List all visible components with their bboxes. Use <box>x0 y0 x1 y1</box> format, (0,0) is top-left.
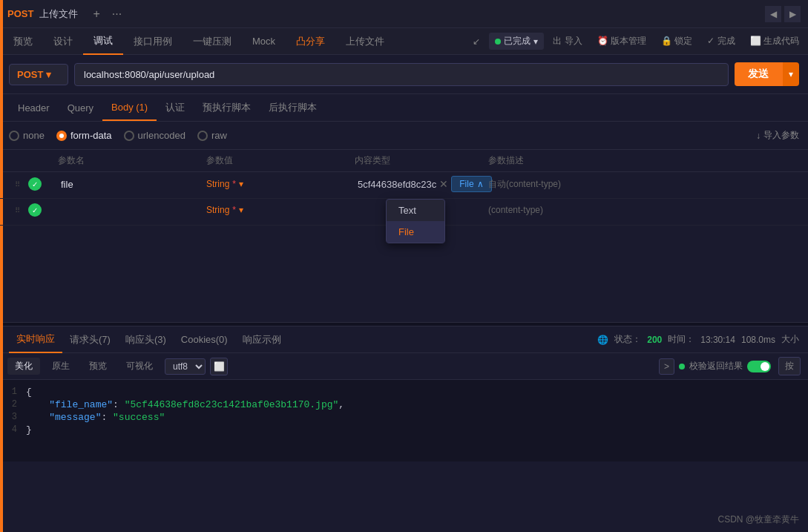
beautify-button[interactable]: 美化 <box>7 358 40 375</box>
type-dropdown-menu[interactable]: Text File <box>386 199 445 243</box>
tab-auth[interactable]: 认证 <box>157 94 194 121</box>
file-type-button-1[interactable]: File ∧ <box>451 176 491 192</box>
nav-next-button[interactable]: ▶ <box>784 6 801 22</box>
drag-handle[interactable]: ⠿ <box>6 180 28 188</box>
type-arrow-1[interactable]: ▾ <box>239 179 243 189</box>
tab-upload[interactable]: 上传文件 <box>335 29 395 54</box>
raw-button[interactable]: 原生 <box>45 358 77 375</box>
send-dropdown-button[interactable]: ▾ <box>782 62 799 86</box>
import-params-label: 导入参数 <box>763 129 799 142</box>
tab-header[interactable]: Header <box>9 96 59 120</box>
generate-code-button[interactable]: ⬜ 生成代码 <box>744 33 805 50</box>
title-method: POST <box>7 8 33 19</box>
resp-right-buttons: > 校验返回结果 按 <box>659 357 801 375</box>
tab-req-headers[interactable]: 请求头(7) <box>62 327 118 352</box>
method-label: POST <box>17 69 43 80</box>
lock-button[interactable]: 🔒 锁定 <box>655 33 698 50</box>
required-star-1: * <box>232 179 236 189</box>
sync-button[interactable]: ↙ <box>467 34 486 49</box>
row-check-2[interactable]: ✓ <box>28 203 58 217</box>
add-tab-button[interactable]: + <box>90 6 102 22</box>
import-icon: ↓ <box>756 131 761 141</box>
radio-urlencoded <box>124 131 134 141</box>
url-input[interactable] <box>74 63 729 86</box>
col-description: 参数描述 <box>488 154 802 167</box>
dropdown-item-file[interactable]: File <box>387 221 444 243</box>
params-table: 参数名 参数值 内容类型 参数描述 ⠿ ✓ file String * ▾ 5c… <box>0 150 808 226</box>
tab-realtime[interactable]: 实时响应 <box>9 326 62 353</box>
more-menu-button[interactable]: ··· <box>109 6 125 22</box>
option-urlencoded[interactable]: urlencoded <box>124 130 185 141</box>
time-label: 时间： <box>668 333 694 346</box>
import-params-button[interactable]: ↓ 导入参数 <box>756 129 799 142</box>
nav-prev-button[interactable]: ◀ <box>765 6 781 22</box>
urlencoded-label: urlencoded <box>138 130 185 141</box>
param-value-1[interactable]: 5cf44638efd8c23c ✕ File ∧ <box>355 176 488 192</box>
radio-raw <box>197 131 208 141</box>
version-button[interactable]: ⏰ 版本管理 <box>591 33 652 50</box>
tab-design[interactable]: 设计 <box>43 29 83 54</box>
col-content-type: 内容类型 <box>355 154 488 167</box>
line-num-1: 1 <box>0 387 26 398</box>
expand-button[interactable]: > <box>659 358 674 375</box>
status-badge[interactable]: 已完成 ▾ <box>489 33 544 50</box>
url-bar: POST ▾ 发送 ▾ <box>0 55 808 94</box>
tab-resp-headers[interactable]: 响应头(3) <box>118 327 174 352</box>
drag-handle-2[interactable]: ⠿ <box>6 206 28 214</box>
tab-body[interactable]: Body (1) <box>102 95 157 121</box>
time-value: 13:30:14 <box>700 335 735 345</box>
copy-button[interactable]: ⬜ <box>210 358 228 375</box>
type-arrow-2[interactable]: ▾ <box>239 205 243 215</box>
clear-value-1[interactable]: ✕ <box>439 178 448 190</box>
validate-dot <box>679 364 685 370</box>
type-string-2[interactable]: String * ▾ <box>206 205 243 215</box>
tab-query[interactable]: Query <box>59 96 102 120</box>
row-check-1[interactable]: ✓ <box>28 177 58 191</box>
col-check <box>28 154 58 167</box>
table-row: ⠿ ✓ file String * ▾ 5cf44638efd8c23c ✕ F… <box>0 172 808 199</box>
type-string-1[interactable]: String * ▾ <box>206 179 243 189</box>
watermark: CSDN @牧童牵黄牛 <box>717 513 799 526</box>
response-toolbar: 美化 原生 预览 可视化 utf8 ⬜ > 校验返回结果 按 <box>0 353 808 380</box>
visual-button[interactable]: 可视化 <box>119 358 160 375</box>
title-actions: + ··· <box>90 6 125 22</box>
toggle-switch[interactable] <box>747 361 771 372</box>
encoding-select[interactable]: utf8 <box>165 358 206 375</box>
send-group: 发送 ▾ <box>735 62 799 86</box>
option-none[interactable]: none <box>9 130 45 141</box>
dropdown-item-text[interactable]: Text <box>387 200 444 221</box>
import-button[interactable]: 出 导入 <box>547 33 588 50</box>
radio-none <box>9 131 19 141</box>
tab-debug[interactable]: 调试 <box>83 28 123 55</box>
send-button[interactable]: 发送 <box>735 62 782 86</box>
tab-mock[interactable]: Mock <box>242 30 286 53</box>
tab-cases[interactable]: 接口用例 <box>123 29 183 54</box>
tab-post-script[interactable]: 后执行脚本 <box>260 94 326 121</box>
code-content-1: { <box>26 387 32 398</box>
tab-resp-example[interactable]: 响应示例 <box>235 327 289 352</box>
tab-stress[interactable]: 一键压测 <box>183 29 242 54</box>
status-text: 已完成 <box>504 35 531 47</box>
code-line-2: 2 "file_name": "5cf44638efd8c23c1421baf0… <box>0 398 808 411</box>
radio-inner <box>59 134 64 138</box>
response-status-bar: 🌐 状态： 200 时间： 13:30:14 108.0ms 大小 <box>597 333 799 346</box>
top-tab-bar: 预览 设计 调试 接口用例 一键压测 Mock 凸分享 上传文件 ↙ 已完成 ▾… <box>0 28 808 55</box>
table-header: 参数名 参数值 内容类型 参数描述 <box>0 150 808 172</box>
globe-icon: 🌐 <box>597 335 608 345</box>
param-name-1[interactable]: file <box>58 179 206 190</box>
validate-label: 校验返回结果 <box>689 360 743 372</box>
tab-pre-script[interactable]: 预执行脚本 <box>194 94 260 121</box>
tab-cookies[interactable]: Cookies(0) <box>174 328 235 351</box>
tab-share[interactable]: 凸分享 <box>286 29 335 54</box>
size-suffix: 大小 <box>781 333 799 346</box>
tab-preview[interactable]: 预览 <box>3 29 43 54</box>
method-select[interactable]: POST ▾ <box>9 64 68 85</box>
content-type-auto-1: 自动(content-type) <box>488 178 802 191</box>
option-form-data[interactable]: form-data <box>56 130 112 141</box>
more-resp-button[interactable]: 按 <box>778 357 801 375</box>
title-name: 上传文件 <box>39 7 78 21</box>
option-raw[interactable]: raw <box>197 130 227 141</box>
preview-button[interactable]: 预览 <box>82 358 114 375</box>
complete-button[interactable]: ✓ 完成 <box>701 33 740 50</box>
toggle-thumb <box>761 362 769 371</box>
